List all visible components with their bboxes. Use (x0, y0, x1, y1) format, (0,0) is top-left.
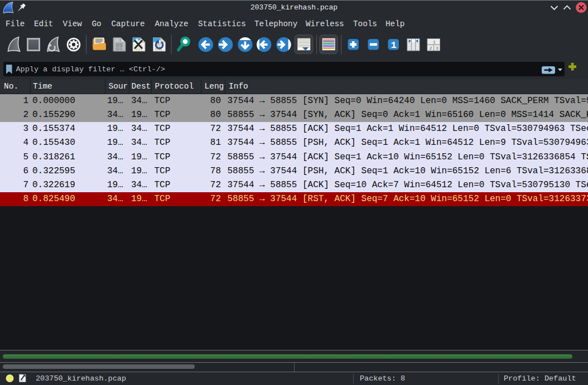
svg-text:2: 2 (430, 46, 432, 51)
svg-text:0111: 0111 (115, 48, 122, 51)
svg-text:1: 1 (391, 40, 396, 51)
svg-text:3: 3 (436, 46, 438, 51)
svg-text:1: 1 (433, 40, 436, 45)
